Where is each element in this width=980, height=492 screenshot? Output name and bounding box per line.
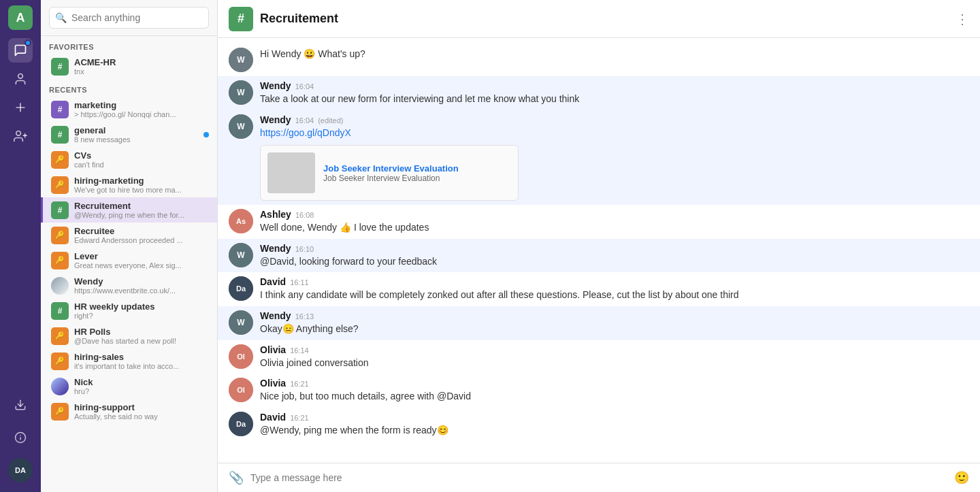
message-text: Nice job, but too much details, agree wi… — [260, 390, 969, 404]
svg-text:Ol: Ol — [237, 386, 245, 394]
message-avatar: W — [229, 48, 253, 72]
favorites-header: FAVORITES — [41, 36, 217, 54]
message-author: David — [260, 276, 286, 287]
svg-text:W: W — [237, 122, 245, 131]
channel-hash-icon: # — [229, 7, 253, 31]
message-row: W Wendy 16:04 (edited) https://goo.gl/qD… — [218, 110, 980, 206]
channel-marketing[interactable]: # marketing > https://goo.gl/ Nonqqi cha… — [41, 97, 217, 122]
message-time: 16:21 — [290, 414, 309, 422]
message-row: Ol Olivia 16:14 Olivia joined conversati… — [218, 340, 980, 374]
contacts-nav-icon[interactable] — [8, 67, 33, 91]
message-time: 16:11 — [290, 278, 309, 286]
message-avatar: Da — [229, 412, 253, 436]
chat-header: # Recruitement ⋮ — [218, 0, 980, 38]
message-author: Wendy — [260, 243, 291, 254]
svg-point-0 — [18, 74, 23, 79]
channel-avatar-wendy — [51, 277, 69, 295]
message-avatar: Ol — [229, 344, 253, 369]
message-edited-label: (edited) — [318, 116, 343, 125]
channel-icon-acme-hr: # — [51, 58, 69, 76]
message-text: Olivia joined conversation — [260, 357, 969, 370]
channel-recruitement[interactable]: # Recruitement @Wendy, ping me when the … — [41, 197, 217, 223]
more-options-icon[interactable]: ⋮ — [956, 11, 969, 27]
channel-wendy[interactable]: Wendy https://www.eventbrite.co.uk/... — [41, 273, 217, 298]
unread-badge-general — [203, 132, 209, 137]
workspace-avatar[interactable]: A — [8, 5, 33, 30]
chat-title: Recruitement — [260, 12, 338, 26]
channel-icon-recruitement: # — [51, 201, 69, 219]
channel-preview-acme-hr: tnx — [74, 67, 209, 76]
message-author: David — [260, 412, 286, 423]
message-text: Take a look at our new form for intervie… — [260, 93, 969, 106]
channel-icon-marketing: # — [51, 101, 69, 118]
channel-nick[interactable]: Nick hru? — [41, 374, 217, 399]
message-text: Okay😑 Anything else? — [260, 323, 969, 336]
svg-text:W: W — [237, 250, 245, 260]
svg-text:W: W — [237, 88, 245, 97]
message-row: W Hi Wendy 😀 What's up? — [218, 44, 980, 76]
message-time: 16:10 — [295, 245, 314, 253]
channel-avatar-nick — [51, 378, 69, 395]
add-channel-icon[interactable] — [8, 95, 33, 120]
channel-acme-hr[interactable]: # ACME-HR tnx — [41, 54, 217, 79]
svg-text:Ol: Ol — [237, 352, 245, 361]
svg-text:W: W — [237, 55, 245, 65]
messages-list: W Hi Wendy 😀 What's up? W Wendy 16:04 Ta… — [218, 38, 980, 463]
message-time: 16:14 — [290, 346, 309, 355]
message-author: Olivia — [260, 378, 286, 389]
message-avatar: Ol — [229, 378, 253, 402]
icon-bar: A — [0, 0, 41, 492]
message-avatar: W — [229, 243, 253, 267]
channel-hiring-marketing[interactable]: 🔑 hiring-marketing We've got to hire two… — [41, 172, 217, 197]
message-avatar: As — [229, 209, 253, 233]
link-preview-title: Job Seeker Interview Evaluation — [323, 163, 459, 174]
channel-icon-recruitee: 🔑 — [51, 227, 69, 244]
message-avatar: Da — [229, 276, 253, 301]
message-avatar: W — [229, 310, 253, 335]
message-row: W Wendy 16:13 Okay😑 Anything else? — [218, 306, 980, 340]
message-time: 16:13 — [295, 312, 314, 321]
add-member-icon[interactable] — [8, 124, 33, 148]
channel-hr-polls[interactable]: 🔑 HR Polls @Dave has started a new poll! — [41, 323, 217, 348]
channel-cvs[interactable]: 🔑 CVs can't find — [41, 147, 217, 172]
search-input[interactable] — [49, 7, 209, 29]
svg-text:Da: Da — [236, 284, 246, 293]
message-author: Wendy — [260, 310, 291, 321]
message-author: Wendy — [260, 80, 291, 91]
message-avatar: W — [229, 80, 253, 105]
channel-lever[interactable]: 🔑 Lever Great news everyone, Alex sig... — [41, 248, 217, 273]
message-time: 16:08 — [295, 211, 314, 219]
channel-icon-cvs: 🔑 — [51, 151, 69, 169]
channel-icon-hr-weekly: # — [51, 302, 69, 320]
message-author: Wendy — [260, 114, 291, 125]
channel-hiring-support[interactable]: 🔑 hiring-support Actually, she said no w… — [41, 399, 217, 424]
message-input-bar: 📎 🙂 — [218, 463, 980, 492]
user-avatar-bottom[interactable]: DA — [8, 458, 33, 482]
message-input[interactable] — [250, 472, 947, 483]
link-preview-description: Job Seeker Interview Evaluation — [323, 174, 459, 183]
link-preview-thumbnail — [267, 152, 315, 193]
attach-icon[interactable]: 📎 — [229, 470, 244, 485]
message-link[interactable]: https://goo.gl/qDndyX — [260, 127, 351, 138]
download-icon[interactable] — [8, 393, 33, 417]
search-bar: 🔍 — [41, 0, 217, 36]
channel-icon-hr-polls: 🔑 — [51, 327, 69, 345]
channel-icon-lever: 🔑 — [51, 252, 69, 269]
message-text: I think any candidate will be completely… — [260, 289, 969, 302]
channel-hr-weekly[interactable]: # HR weekly updates right? — [41, 298, 217, 323]
channel-icon-hiring-marketing: 🔑 — [51, 176, 69, 194]
message-row: W Wendy 16:10 @David, looking forward to… — [218, 239, 980, 273]
svg-text:Da: Da — [236, 420, 246, 428]
channel-hiring-sales[interactable]: 🔑 hiring-sales it's important to take in… — [41, 348, 217, 374]
message-author: Ashley — [260, 209, 291, 220]
message-text: @David, looking forward to your feedback — [260, 255, 969, 269]
search-icon: 🔍 — [55, 12, 67, 23]
channel-icon-hiring-support: 🔑 — [51, 403, 69, 421]
messages-nav-icon[interactable] — [8, 38, 33, 63]
channel-general[interactable]: # general 8 new messages — [41, 122, 217, 147]
message-row: Ol Olivia 16:21 Nice job, but too much d… — [218, 374, 980, 408]
channel-recruitee[interactable]: 🔑 Recruitee Edward Andersson proceeded .… — [41, 223, 217, 248]
emoji-icon[interactable]: 🙂 — [954, 470, 969, 485]
info-icon[interactable] — [8, 425, 33, 450]
message-time: 16:04 — [295, 116, 314, 125]
